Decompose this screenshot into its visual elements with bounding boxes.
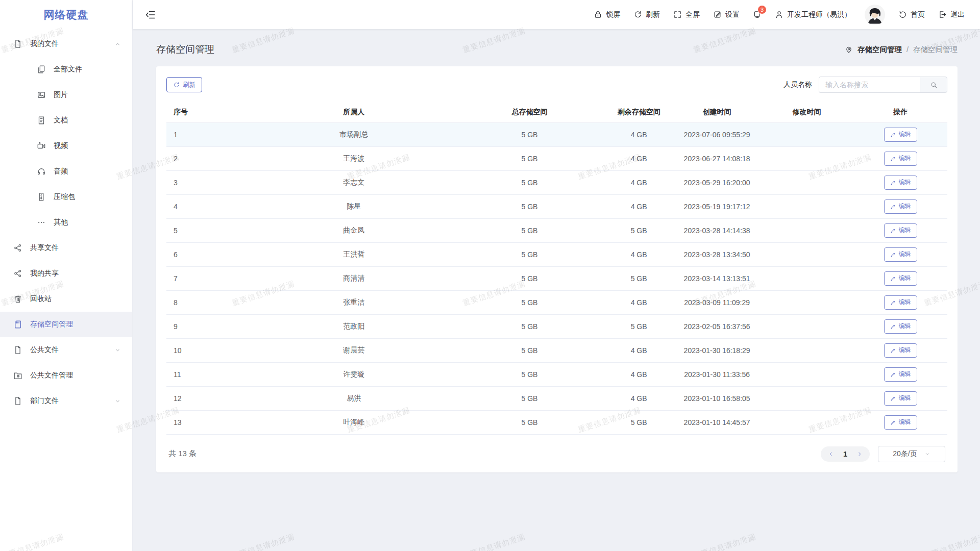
edit-button[interactable]: 编辑 [884, 319, 917, 334]
edit-button[interactable]: 编辑 [884, 247, 917, 262]
column-header: 剩余存储空间 [604, 102, 674, 122]
cell-created-time: 2023-07-06 09:55:29 [674, 122, 760, 146]
fullscreen-button[interactable]: 全屏 [673, 10, 700, 19]
settings-label: 设置 [725, 10, 740, 19]
lock-screen-label: 锁屏 [606, 10, 620, 19]
edit-button[interactable]: 编辑 [884, 271, 917, 286]
cell-index: 5 [166, 218, 252, 242]
cell-owner: 易洪 [252, 386, 455, 410]
cell-owner: 李志文 [252, 170, 455, 194]
sidebar-item-label: 压缩包 [54, 192, 75, 202]
notification-bell[interactable]: 3 [753, 10, 762, 19]
table-row: 8张重洁5 GB4 GB2023-03-09 11:09:29编辑 [166, 290, 947, 314]
cell-modified-time [760, 362, 854, 386]
sidebar-item-audio[interactable]: 音频 [0, 159, 132, 184]
edit-button[interactable]: 编辑 [884, 367, 917, 382]
cell-index: 4 [166, 194, 252, 218]
cell-total-space: 5 GB [455, 242, 604, 266]
more-dots-icon [37, 218, 46, 227]
edit-button[interactable]: 编辑 [884, 176, 917, 190]
sidebar-item-documents[interactable]: 文档 [0, 108, 132, 133]
sidebar-collapse-button[interactable] [145, 9, 156, 20]
edit-button[interactable]: 编辑 [884, 128, 917, 142]
cell-index: 1 [166, 122, 252, 146]
refresh-button[interactable]: 刷新 [166, 77, 202, 92]
sidebar-item-public-files[interactable]: 公共文件 [0, 337, 132, 363]
file-icon [13, 39, 22, 48]
cell-modified-time [760, 194, 854, 218]
breadcrumb-item[interactable]: 存储空间管理 [857, 45, 902, 55]
sidebar-item-label: 存储空间管理 [30, 320, 73, 329]
edit-button[interactable]: 编辑 [884, 343, 917, 358]
sidebar-item-my-files[interactable]: 我的文件 [0, 31, 132, 57]
lock-screen-button[interactable]: 锁屏 [594, 10, 620, 19]
table-row: 9范政阳5 GB5 GB2023-02-05 16:37:56编辑 [166, 314, 947, 338]
edit-button[interactable]: 编辑 [884, 223, 917, 238]
search-button[interactable] [920, 77, 947, 93]
cell-total-space: 5 GB [455, 122, 604, 146]
sidebar-item-department-files[interactable]: 部门文件 [0, 388, 132, 414]
cell-index: 8 [166, 290, 252, 314]
edit-button[interactable]: 编辑 [884, 199, 917, 214]
cell-total-space: 5 GB [455, 146, 604, 170]
cell-actions: 编辑 [853, 170, 947, 194]
sidebar-item-label: 文档 [54, 116, 68, 125]
chevron-down-icon [114, 398, 121, 405]
pencil-icon [890, 204, 896, 210]
sidebar-item-all-files[interactable]: 全部文件 [0, 57, 132, 82]
refresh-icon [173, 82, 180, 88]
sidebar-item-archives[interactable]: 压缩包 [0, 184, 132, 210]
table-row: 5曲金凤5 GB5 GB2023-03-28 14:14:38编辑 [166, 218, 947, 242]
page-size-select[interactable]: 20条/页 [878, 446, 945, 462]
cell-remaining-space: 4 GB [604, 122, 674, 146]
edit-button[interactable]: 编辑 [884, 415, 917, 430]
next-page-button[interactable] [852, 446, 867, 462]
cell-created-time: 2023-02-05 16:37:56 [674, 314, 760, 338]
file-icon [13, 396, 22, 406]
prev-page-button[interactable] [824, 446, 838, 462]
refresh-button[interactable]: 刷新 [633, 10, 660, 19]
person-icon [775, 10, 783, 19]
user-role-menu[interactable]: 开发工程师（易洪） [775, 10, 851, 19]
pencil-icon [890, 299, 896, 306]
table-row: 3李志文5 GB4 GB2023-05-29 16:20:00编辑 [166, 170, 947, 194]
logout-button[interactable]: 退出 [938, 10, 965, 19]
cell-actions: 编辑 [853, 338, 947, 362]
table-header-row: 序号所属人总存储空间剩余存储空间创建时间修改时间操作 [166, 102, 947, 122]
table-footer: 共 13 条 1 20条/页 [166, 446, 947, 463]
sidebar-item-recycle-bin[interactable]: 回收站 [0, 286, 132, 312]
sidebar-item-label: 共享文件 [30, 243, 59, 253]
cell-owner: 王海波 [252, 146, 455, 170]
search-group: 人员名称 [783, 77, 947, 93]
current-page[interactable]: 1 [838, 450, 852, 458]
sidebar-item-label: 部门文件 [30, 396, 59, 406]
avatar-icon[interactable] [865, 5, 885, 25]
sidebar-item-images[interactable]: 图片 [0, 82, 132, 108]
pencil-icon [890, 347, 896, 354]
total-count: 共 13 条 [168, 449, 197, 459]
chevron-down-icon [924, 451, 930, 457]
search-input[interactable] [819, 77, 920, 93]
cell-remaining-space: 4 GB [604, 290, 674, 314]
table-row: 1市场副总5 GB4 GB2023-07-06 09:55:29编辑 [166, 122, 947, 146]
pencil-icon [890, 419, 896, 425]
sidebar-item-videos[interactable]: 视频 [0, 133, 132, 159]
edit-button[interactable]: 编辑 [884, 295, 917, 310]
cell-owner: 商清清 [252, 266, 455, 290]
settings-button[interactable]: 设置 [713, 10, 740, 19]
undo-icon [898, 10, 907, 19]
sidebar-item-storage-management[interactable]: 存储空间管理 [0, 312, 132, 337]
sidebar-nav: 我的文件全部文件图片文档视频音频压缩包其他共享文件我的共享回收站存储空间管理公共… [0, 29, 132, 551]
pencil-icon [890, 132, 896, 138]
pencil-icon [890, 395, 896, 402]
sidebar-item-others[interactable]: 其他 [0, 210, 132, 235]
sidebar-item-shared-files[interactable]: 共享文件 [0, 235, 132, 261]
cell-total-space: 5 GB [455, 194, 604, 218]
pager-pill: 1 [821, 446, 870, 462]
sidebar-item-my-shares[interactable]: 我的共享 [0, 261, 132, 286]
edit-button[interactable]: 编辑 [884, 391, 917, 406]
edit-button[interactable]: 编辑 [884, 152, 917, 166]
home-button[interactable]: 首页 [898, 10, 925, 19]
sidebar-item-public-files-management[interactable]: 公共文件管理 [0, 363, 132, 388]
cell-remaining-space: 5 GB [604, 218, 674, 242]
